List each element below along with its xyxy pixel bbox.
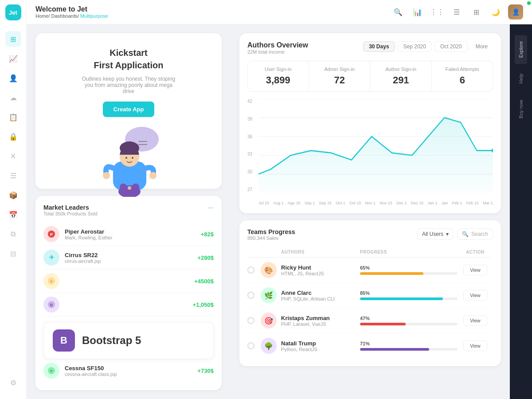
svg-text:✈: ✈ <box>49 254 54 261</box>
sidebar-item-table[interactable]: ⊟ <box>5 246 21 262</box>
tab-30days[interactable]: 30 Days <box>363 41 395 52</box>
view-ricky-button[interactable]: View <box>463 265 487 275</box>
bootstrap-badge: B Bootstrap 5 <box>43 322 214 359</box>
ricky-avatar: 🎨 <box>261 262 277 278</box>
right-panel: Authors Overview 22M total income 30 Day… <box>231 24 510 399</box>
topnav: Welcome to Jet Home/ Dashboards/ Multipu… <box>27 0 532 24</box>
explore-button[interactable]: Explore <box>515 35 527 64</box>
kickstart-title: Kickstart First Application <box>80 47 177 71</box>
sidebar-item-dashboard[interactable]: ⊞ <box>5 31 21 47</box>
view-natali-button[interactable]: View <box>463 340 487 351</box>
cirrus-value: +280$ <box>197 254 214 261</box>
svg-text:✦: ✦ <box>50 279 53 284</box>
cirrus-icon: ✈ <box>43 250 59 266</box>
sidebar-item-chart[interactable]: 📋 <box>5 109 21 125</box>
svg-point-7 <box>120 141 139 155</box>
team-row-kristaps: 🎯 Kristaps Zumman PHP, Laravel, VueJS 47… <box>247 308 493 333</box>
item4-icon: B <box>43 297 59 313</box>
online-indicator <box>527 1 531 5</box>
market-item-piper: P Piper Aerostar Mark, Rowling, Esther +… <box>43 223 214 246</box>
market-item-cessna: ✈ Cessna SF150 cessna-aircraft.class.jsp… <box>43 359 214 382</box>
svg-text:B: B <box>50 303 53 307</box>
svg-point-11 <box>149 172 156 179</box>
bootstrap-icon: B <box>53 329 75 352</box>
search-box: 🔍 Search <box>457 228 493 240</box>
sidebar-item-close[interactable]: ✕ <box>5 148 21 164</box>
team-row-ricky: 🎨 Ricky Hunt HTML, JS, ReactJS 65% <box>247 258 493 283</box>
main-content: Welcome to Jet Home/ Dashboards/ Multipu… <box>27 0 532 399</box>
authors-subtitle: 22M total income <box>247 49 308 55</box>
tab-oct2020[interactable]: Oct 2020 <box>434 41 468 52</box>
sidebar-item-analytics[interactable]: 📈 <box>5 51 21 66</box>
tab-sep2020[interactable]: Sep 2020 <box>398 41 432 52</box>
teams-header: Teams Progress 890,344 Sales All Users ▾… <box>247 228 493 241</box>
market-leaders-title: Market Leaders <box>43 204 98 211</box>
stats-row: User Sign-in 3,899 Admin Sign-in 72 Auth… <box>247 61 493 92</box>
sidebar-logo[interactable]: Jet <box>5 4 21 20</box>
sidebar-item-menu[interactable]: ☰ <box>5 168 21 184</box>
kristaps-avatar: 🎯 <box>261 313 277 329</box>
stat-author-signin: Author Sign-in 291 <box>371 61 432 91</box>
stat-admin-signin: Admin Sign-in 72 <box>309 61 371 91</box>
kickstart-description: Outlines keep you honest. They stoping y… <box>80 76 177 94</box>
menu-button[interactable]: ☰ <box>450 5 464 19</box>
chart-y-labels: 42 39 36 33 30 27 <box>247 99 258 192</box>
view-anne-button[interactable]: View <box>463 290 487 301</box>
avatar[interactable]: 👤 <box>508 4 523 20</box>
apps-button[interactable]: ⊞ <box>469 5 483 19</box>
darkmode-button[interactable]: 🌙 <box>489 5 503 19</box>
topnav-actions: 🔍 📊 ⋮⋮ ☰ ⊞ 🌙 👤 <box>391 4 523 20</box>
sidebar-item-settings[interactable]: ⚙ <box>5 377 21 393</box>
teams-subtitle: 890,344 Sales <box>247 235 295 241</box>
sidebar-item-calendar[interactable]: 📅 <box>5 207 21 223</box>
team-row-anne: 🌿 Anne Clarc PHP, SQLite, Artisan CLI 85… <box>247 283 493 308</box>
cessna-name: Cessna SF150 <box>65 365 192 372</box>
bootstrap-label: Bootstrap 5 <box>82 334 141 347</box>
search-button[interactable]: 🔍 <box>391 5 405 19</box>
piper-value: +82$ <box>201 231 214 238</box>
piper-sub: Mark, Rowling, Esther <box>65 235 196 240</box>
teams-progress-card: Teams Progress 890,344 Sales All Users ▾… <box>239 220 501 366</box>
stat-user-signin: User Sign-in 3,899 <box>248 61 309 91</box>
sidebar-item-cloud[interactable]: ☁ <box>5 90 21 106</box>
cessna-icon: ✈ <box>43 363 59 379</box>
authors-title: Authors Overview <box>247 41 308 49</box>
item3-icon: ✦ <box>43 273 59 289</box>
sidebar-item-archive[interactable]: 📦 <box>5 187 21 203</box>
teams-table: AUTHORS PROGRESS ACTION 🎨 Ricky Hunt HTM… <box>247 247 493 358</box>
sidebar-item-layers[interactable]: ⧉ <box>5 226 21 242</box>
sidebar: Jet ⊞ 📈 👤 ☁ 📋 🔒 ✕ ☰ 📦 📅 ⧉ ⊟ ⚙ <box>0 0 27 399</box>
teams-title: Teams Progress <box>247 228 295 235</box>
grid-button[interactable]: ⋮⋮ <box>430 5 444 19</box>
market-more-button[interactable]: ··· <box>208 204 214 212</box>
all-users-dropdown[interactable]: All Users ▾ <box>417 228 454 240</box>
cessna-value: +730$ <box>197 368 214 374</box>
sidebar-item-users[interactable]: 👤 <box>5 70 21 86</box>
market-item-4: B +1,050$ <box>43 293 214 317</box>
analytics-button[interactable]: 📊 <box>411 5 425 19</box>
sidebar-item-lock[interactable]: 🔒 <box>5 129 21 145</box>
svg-text:✈: ✈ <box>50 369 53 373</box>
tab-group: 30 Days Sep 2020 Oct 2020 More <box>363 41 493 52</box>
tab-more[interactable]: More <box>470 41 493 52</box>
svg-point-13 <box>120 184 127 191</box>
create-app-button[interactable]: Create App <box>103 102 155 117</box>
view-kristaps-button[interactable]: View <box>463 315 487 326</box>
buy-now-button[interactable]: Buy now <box>515 94 527 125</box>
authors-overview-card: Authors Overview 22M total income 30 Day… <box>239 33 501 213</box>
chart-x-labels: Jul 15 Aug 1 Agu 15 Sep 1 Sep 15 Oct 1 O… <box>258 201 493 205</box>
svg-point-15 <box>128 186 131 190</box>
page-title-wrap: Welcome to Jet Home/ Dashboards/ Multipu… <box>35 5 391 19</box>
chart-svg-wrap <box>258 99 493 193</box>
teams-controls: All Users ▾ 🔍 Search <box>417 228 493 240</box>
svg-point-10 <box>103 172 110 179</box>
kickstart-text: Kickstart First Application Outlines kee… <box>80 47 177 117</box>
help-button[interactable]: Help <box>515 67 527 90</box>
market-item-3: ✦ +4500$ <box>43 270 214 293</box>
market-leaders-card: Market Leaders Total 350k Products Sold … <box>35 196 222 390</box>
svg-text:P: P <box>50 232 53 237</box>
breadcrumb: Home/ Dashboards/ Multipurpose <box>35 13 391 19</box>
cirrus-name: Cirrus SR22 <box>65 252 192 258</box>
item4-value: +1,050$ <box>193 301 214 308</box>
right-sidebar: Explore Help Buy now <box>510 24 532 399</box>
